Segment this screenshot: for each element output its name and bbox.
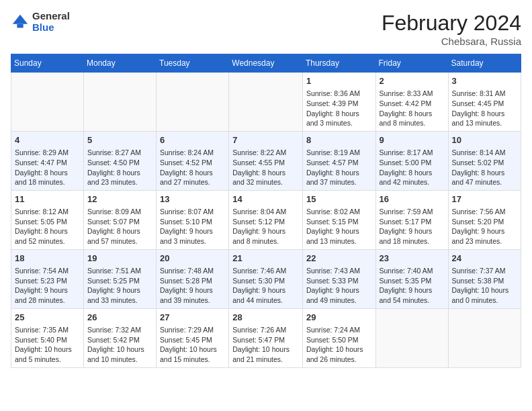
day-number: 8 [306,134,372,146]
calendar-cell: 7Sunrise: 8:22 AMSunset: 4:55 PMDaylight… [229,131,303,190]
cell-text-line: Daylight: 8 hours [87,168,152,178]
cell-text-line: Sunrise: 7:24 AM [306,325,372,335]
cell-text-line: Sunset: 5:07 PM [87,217,152,227]
cell-text-line: Sunrise: 8:36 AM [306,89,372,99]
cell-text-line: Sunrise: 8:19 AM [306,148,372,158]
cell-text-line: Sunset: 5:45 PM [160,335,225,345]
cell-text-line: and 5 minutes. [15,355,80,365]
weekday-header: Sunday [11,54,84,73]
logo-icon [11,13,30,32]
cell-text-line: Sunset: 4:55 PM [232,158,299,168]
cell-text-line: Daylight: 9 hours [452,226,517,236]
calendar-week-row: 25Sunrise: 7:35 AMSunset: 5:40 PMDayligh… [11,308,521,367]
weekday-header: Thursday [302,54,375,73]
day-number: 24 [452,253,517,265]
cell-text-line: Sunset: 5:02 PM [452,158,517,168]
cell-text-line: Sunrise: 8:14 AM [452,148,517,158]
cell-text-line: Daylight: 10 hours [160,345,225,355]
cell-text-line: Sunrise: 7:35 AM [15,325,80,335]
calendar-cell: 24Sunrise: 7:37 AMSunset: 5:38 PMDayligh… [448,249,521,308]
cell-text-line: and 28 minutes. [15,295,80,306]
day-number: 20 [160,253,225,265]
cell-text-line: and 13 minutes. [452,118,517,128]
cell-text-line: Sunrise: 7:40 AM [380,266,445,276]
cell-text-line: and 23 minutes. [87,177,152,187]
cell-text-line: Sunset: 5:47 PM [232,335,299,345]
day-number: 11 [15,193,80,205]
cell-text-line: Daylight: 10 hours [306,345,372,355]
weekday-header: Friday [375,54,448,73]
svg-rect-1 [17,24,23,28]
cell-text-line: and 32 minutes. [232,177,299,187]
cell-text-line: and 47 minutes. [452,177,517,187]
calendar-week-row: 4Sunrise: 8:29 AMSunset: 4:47 PMDaylight… [11,131,521,190]
cell-text-line: and 8 minutes. [232,236,299,246]
cell-text-line: Sunrise: 8:17 AM [380,148,445,158]
cell-text-line: Daylight: 10 hours [15,345,80,355]
calendar-cell: 13Sunrise: 8:07 AMSunset: 5:10 PMDayligh… [157,190,229,249]
day-number: 18 [15,253,80,265]
cell-text-line: and 33 minutes. [87,295,152,306]
calendar-week-row: 18Sunrise: 7:54 AMSunset: 5:23 PMDayligh… [11,249,521,308]
cell-text-line: and 49 minutes. [306,295,372,306]
calendar-cell: 29Sunrise: 7:24 AMSunset: 5:50 PMDayligh… [302,308,375,367]
cell-text-line: Sunrise: 8:07 AM [160,207,225,217]
cell-text-line: Daylight: 8 hours [380,168,445,178]
cell-text-line: Daylight: 8 hours [232,168,299,178]
cell-text-line: Sunrise: 7:56 AM [452,207,517,217]
svg-marker-0 [13,14,28,24]
cell-text-line: Daylight: 8 hours [452,109,517,119]
cell-text-line: Sunset: 5:20 PM [452,217,517,227]
day-number: 21 [232,253,299,265]
logo[interactable]: General Blue [11,11,70,33]
cell-text-line: Sunrise: 7:46 AM [232,266,299,276]
cell-text-line: Sunrise: 8:12 AM [15,207,80,217]
cell-text-line: Sunrise: 8:04 AM [232,207,299,217]
cell-text-line: and 10 minutes. [87,355,152,365]
logo-text: General Blue [32,11,70,33]
cell-text-line: Sunrise: 7:43 AM [306,266,372,276]
cell-text-line: and 37 minutes. [306,177,372,187]
day-number: 16 [380,193,445,205]
calendar-cell: 16Sunrise: 7:59 AMSunset: 5:17 PMDayligh… [375,190,448,249]
cell-text-line: Sunset: 4:57 PM [306,158,372,168]
cell-text-line: Daylight: 9 hours [160,226,225,236]
cell-text-line: Sunrise: 8:31 AM [452,89,517,99]
cell-text-line: and 23 minutes. [452,236,517,246]
cell-text-line: and 54 minutes. [380,295,445,306]
cell-text-line: Sunset: 4:52 PM [160,158,225,168]
cell-text-line: Sunrise: 8:22 AM [232,148,299,158]
cell-text-line: Daylight: 9 hours [380,285,445,295]
cell-text-line: Daylight: 8 hours [160,168,225,178]
calendar-cell [229,73,303,132]
calendar-cell: 11Sunrise: 8:12 AMSunset: 5:05 PMDayligh… [11,190,84,249]
calendar-cell: 1Sunrise: 8:36 AMSunset: 4:39 PMDaylight… [302,73,375,132]
calendar-cell: 4Sunrise: 8:29 AMSunset: 4:47 PMDaylight… [11,131,84,190]
logo-blue: Blue [32,22,70,34]
logo-general: General [32,11,70,22]
cell-text-line: Daylight: 8 hours [380,109,445,119]
cell-text-line: Sunset: 5:25 PM [87,276,152,286]
weekday-header: Wednesday [229,54,303,73]
cell-text-line: Sunrise: 8:27 AM [87,148,152,158]
cell-text-line: Sunset: 4:42 PM [380,99,445,109]
day-number: 14 [232,193,299,205]
day-number: 7 [232,134,299,146]
location: Chebsara, Russia [382,36,521,47]
calendar-cell: 20Sunrise: 7:48 AMSunset: 5:28 PMDayligh… [157,249,229,308]
cell-text-line: Daylight: 9 hours [232,226,299,236]
calendar-cell: 12Sunrise: 8:09 AMSunset: 5:07 PMDayligh… [84,190,157,249]
cell-text-line: and 21 minutes. [232,355,299,365]
cell-text-line: Sunset: 5:33 PM [306,276,372,286]
cell-text-line: and 0 minutes. [452,295,517,306]
day-number: 3 [452,75,517,87]
cell-text-line: and 15 minutes. [160,355,225,365]
day-number: 19 [87,253,152,265]
calendar-cell: 2Sunrise: 8:33 AMSunset: 4:42 PMDaylight… [375,73,448,132]
day-number: 12 [87,193,152,205]
weekday-header: Saturday [448,54,521,73]
cell-text-line: Sunset: 5:40 PM [15,335,80,345]
cell-text-line: Sunset: 4:50 PM [87,158,152,168]
cell-text-line: Daylight: 10 hours [232,345,299,355]
calendar-cell: 25Sunrise: 7:35 AMSunset: 5:40 PMDayligh… [11,308,84,367]
